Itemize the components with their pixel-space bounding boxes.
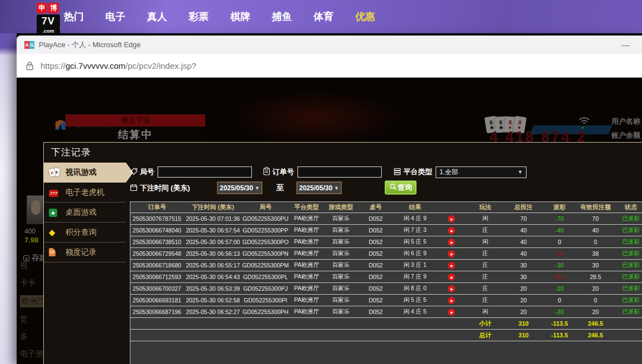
cell: GD052255300PN: [242, 248, 289, 259]
total-row-label: 总计: [467, 330, 504, 341]
cell-valid-bet: 38: [575, 248, 615, 259]
table-row: 2505300667186802025-05-30 06:55:17GD0522…: [130, 260, 642, 271]
cell: [615, 330, 642, 341]
cell-valid-bet: 20: [575, 283, 615, 294]
cell: D052: [357, 283, 394, 294]
platform-type-select[interactable]: 1.全部 ▼: [436, 166, 527, 178]
table-row: 2505300667480402025-05-30 06:57:54GD0522…: [130, 225, 642, 236]
cell: [394, 318, 436, 329]
nav-item-sports[interactable]: 体育: [314, 10, 333, 23]
replay-button[interactable]: ▶: [448, 215, 455, 223]
replay-button[interactable]: ▶: [448, 309, 455, 316]
cell: [289, 318, 324, 329]
cell: 2025-05-30 06:53:39: [184, 283, 242, 294]
cell-valid-bet: 0: [575, 295, 615, 306]
cell: 闲 3 庄 1: [394, 260, 436, 271]
status-badge: 已派彩: [615, 260, 642, 271]
cell: 闲 6 庄 9: [394, 248, 436, 259]
tab-quota-records[interactable]: 额度记录: [44, 242, 126, 262]
cell: D052: [357, 260, 394, 271]
nav-item-lottery[interactable]: 彩票: [189, 10, 209, 23]
replay-button[interactable]: ▶: [448, 262, 455, 269]
site-nav-items: 热门电子真人彩票棋牌捕鱼体育优惠: [64, 0, 375, 33]
subtotal-row-label: 小计: [467, 318, 504, 329]
minimize-button[interactable]: —: [617, 40, 634, 49]
cell: [436, 318, 467, 329]
cell-valid-bet: 28.5: [575, 271, 615, 282]
cell: 2025-05-30 07:01:36: [184, 213, 242, 224]
document-icon: [49, 247, 62, 257]
tab-slot-machine[interactable]: 777电子老虎机: [44, 183, 126, 203]
cell: PA欧洲厅: [289, 283, 324, 294]
status-badge: 已派彩: [615, 236, 642, 247]
magnifier-icon: [390, 183, 397, 192]
cell: D052: [357, 236, 394, 247]
cell: 百家乐: [324, 306, 357, 317]
date-to-picker[interactable]: 2025/05/30 ▼: [296, 181, 342, 194]
cell: PA欧洲厅: [289, 248, 324, 259]
replay-button[interactable]: ▶: [448, 227, 455, 234]
total-row: 总计310-113.5246.5: [130, 330, 642, 341]
cell-payout: 28.5: [543, 271, 575, 282]
cell: D052: [357, 306, 394, 317]
tab-points-query[interactable]: ◆积分查询: [44, 223, 126, 242]
status-badge: 已派彩: [615, 248, 642, 259]
cell-payout: 38: [543, 248, 575, 259]
url-text[interactable]: https://gci.7vvvvvv.com/pc/pcv2/index.js…: [41, 61, 196, 70]
col-header-5: 桌号: [357, 202, 394, 213]
to-label: 至: [276, 183, 284, 193]
site-nav-bar: 申 博 7V .com 热门电子真人彩票棋牌捕鱼体育优惠: [0, 0, 642, 33]
search-button[interactable]: 查询: [385, 180, 417, 195]
date-from-picker[interactable]: 2025/05/30 ▼: [217, 181, 262, 194]
replay-button[interactable]: ▶: [448, 297, 455, 304]
cell: PA欧洲厅: [289, 306, 324, 317]
nav-item-electronic[interactable]: 电子: [105, 10, 125, 23]
total-row-payout: -113.5: [543, 330, 575, 341]
cell-play: 庄: [467, 271, 504, 282]
cell-play: 庄: [467, 295, 504, 306]
nav-item-hot[interactable]: 热门: [64, 10, 84, 23]
cell: 百家乐: [324, 295, 357, 306]
screen: 申 博 7V .com 热门电子真人彩票棋牌捕鱼体育优惠 A G PlayAce…: [0, 0, 642, 364]
cell: 闲 8 庄 0: [394, 283, 436, 294]
replay-button[interactable]: ▶: [448, 250, 455, 257]
status-badge: 已派彩: [615, 283, 642, 294]
cell-play: 庄: [467, 248, 504, 259]
site-logo[interactable]: 申 博 7V .com: [37, 3, 62, 34]
modal-title: 下注记录: [44, 143, 642, 163]
cell: D052: [357, 213, 394, 224]
table-row: 2505300666871962025-05-30 06:52:27GD0522…: [130, 306, 642, 318]
platform-type-label: 平台类型: [393, 167, 432, 177]
chevron-down-icon: ▼: [334, 185, 339, 191]
nav-item-board[interactable]: 棋牌: [230, 10, 250, 23]
cell: 百家乐: [324, 213, 357, 224]
order-number-input[interactable]: [297, 166, 382, 178]
cell-valid-bet: 20: [575, 306, 615, 317]
col-header-4: 游戏类型: [324, 202, 357, 213]
cell: D052: [357, 225, 394, 236]
tab-table-games[interactable]: ♣桌面游戏: [44, 203, 126, 223]
status-badge: 已派彩: [615, 306, 642, 317]
cell: GD052255300PU: [242, 213, 289, 224]
nav-item-live[interactable]: 真人: [147, 10, 167, 23]
nav-item-fishing[interactable]: 捕鱼: [272, 10, 292, 23]
address-bar[interactable]: https://gci.7vvvvvv.com/pc/pcv2/index.js…: [17, 54, 642, 78]
cell-payout: -20: [543, 283, 575, 294]
cell-replay: ▶: [436, 283, 467, 294]
cell: 闲 4 庄 5: [394, 306, 436, 317]
tab-label: 积分查询: [65, 228, 97, 237]
cell-total-bet: 30: [504, 271, 544, 282]
replay-button[interactable]: ▶: [448, 274, 455, 281]
replay-button[interactable]: ▶: [448, 239, 455, 246]
nav-item-promo[interactable]: 优惠: [355, 10, 375, 23]
window-titlebar[interactable]: A G PlayAce - 个人 - Microsoft Edge —: [17, 36, 642, 54]
col-header-0: 订单号: [130, 202, 184, 213]
cell: 250530066687196: [130, 306, 184, 317]
round-number-input[interactable]: [158, 166, 252, 178]
tab-video-games[interactable]: K9视讯游戏: [44, 163, 126, 183]
table-row: 2505300767875152025-05-30 07:01:36GD0522…: [130, 213, 642, 225]
table-row: 2505300667125932025-05-30 06:54:43GD0522…: [130, 271, 642, 283]
total-row-total-bet: 310: [504, 330, 544, 341]
cell: [242, 318, 289, 329]
replay-button[interactable]: ▶: [448, 285, 455, 292]
